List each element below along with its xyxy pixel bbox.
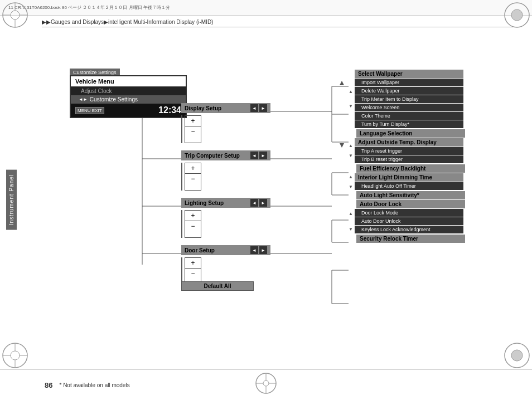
trip-setup-section: Trip Computer Setup ◄ ► + − — [181, 150, 270, 191]
vehicle-menu-box: Vehicle Menu Adjust Clock ◄► Customize S… — [70, 75, 187, 118]
door-plus[interactable]: + — [185, 258, 201, 269]
display-arrow-right[interactable]: ► — [259, 104, 267, 112]
welcome-screen-item[interactable]: Welcome Screen — [355, 104, 463, 111]
door-minus[interactable]: − — [185, 269, 201, 279]
display-minus[interactable]: − — [185, 126, 201, 136]
door-items-group: Door Lock Mode Auto Door Unlock Keyless … — [355, 209, 463, 234]
customize-settings-menu-label: Customize Settings — [90, 96, 138, 103]
corner-tr — [503, 1, 531, 29]
svg-marker-11 — [340, 81, 344, 85]
default-all-box[interactable]: Default All — [181, 281, 254, 291]
trip-plus[interactable]: + — [185, 163, 201, 174]
svg-point-26 — [11, 11, 20, 19]
display-arrow-left[interactable]: ◄ — [250, 104, 258, 112]
keyless-lock-item[interactable]: Keyless Lock Acknowledgment — [355, 226, 463, 233]
page-number: 86 — [45, 381, 52, 389]
corner-br — [503, 342, 531, 369]
lighting-setup-label: Lighting Setup ◄ ► — [181, 198, 270, 208]
trip-minus[interactable]: − — [185, 174, 201, 184]
auto-door-unlock-item[interactable]: Auto Door Unlock — [355, 217, 463, 225]
selected-arrow-icon: ◄► — [79, 97, 88, 102]
interior-down-icon: ▼ — [349, 185, 353, 189]
auto-light-header: Auto Light Sensitivity* — [356, 191, 465, 199]
sidebar: Instrument Panel — [0, 0, 22, 400]
lighting-arrow-right[interactable]: ► — [259, 199, 267, 207]
door-setup-label: Door Setup ◄ ► — [181, 245, 270, 255]
trip-nav-arrows[interactable]: ◄ ► — [250, 152, 267, 159]
svg-point-40 — [511, 350, 523, 361]
interior-up-icon: ▲ — [349, 175, 353, 179]
lighting-pm-container: + − — [181, 210, 270, 238]
temp-ud-arrows: ▲ ▼ — [349, 144, 353, 158]
corner-tl — [1, 1, 29, 29]
door-lock-row: ▲ ▼ Door Lock Mode Auto Door Unlock Keyl… — [349, 209, 465, 234]
door-up-icon: ▲ — [349, 212, 353, 216]
turn-by-turn-item[interactable]: Turn by Turn Display* — [355, 120, 463, 128]
trip-meter-item[interactable]: Trip Meter Item to Display — [355, 95, 463, 103]
display-nav-arrows[interactable]: ◄ ► — [250, 104, 267, 112]
corner-br-icon — [503, 342, 531, 369]
trip-arrow-right[interactable]: ► — [259, 152, 267, 159]
door-arrow-right[interactable]: ► — [259, 246, 267, 254]
door-nav-arrows[interactable]: ◄ ► — [250, 246, 267, 254]
lighting-plus[interactable]: + — [185, 211, 201, 221]
trip-pm-container: + − — [181, 163, 270, 191]
lighting-minus[interactable]: − — [185, 221, 201, 231]
lighting-setup-section: Lighting Setup ◄ ► + − — [181, 198, 270, 238]
language-selection-header: Language Selection — [356, 129, 465, 138]
import-wallpaper-item[interactable]: Import Wallpaper — [355, 79, 463, 86]
default-all-section: Default All — [181, 281, 254, 291]
select-wallpaper-row: ▲ ▼ Select Wallpaper Import Wallpaper De… — [349, 70, 465, 129]
security-relock-header: Security Relock Timer — [356, 235, 465, 243]
door-ud-arrows: ▲ ▼ — [349, 212, 353, 232]
adjust-clock-label: Adjust Clock — [81, 88, 112, 94]
lighting-pm-box: + − — [185, 210, 201, 238]
auto-door-lock-header: Auto Door Lock — [356, 200, 465, 208]
headlight-auto-off-item[interactable]: Headlight Auto Off Timer — [355, 182, 463, 190]
door-lock-mode-item[interactable]: Door Lock Mode — [355, 209, 463, 217]
interior-light-header: Interior Light Dimming Time — [355, 173, 463, 182]
door-down-icon: ▼ — [349, 227, 353, 232]
breadcrumb: ▶▶Gauges and Displays▶intelligent Multi-… — [42, 17, 515, 27]
vehicle-menu-bottom: MENU EXIT 12:34 — [71, 104, 186, 117]
svg-point-34 — [11, 351, 20, 360]
interior-light-row: ▲ ▼ Interior Light Dimming Time Headligh… — [349, 173, 465, 191]
wallpaper-items-group: Select Wallpaper Import Wallpaper Delete… — [355, 70, 463, 129]
adjust-temp-row: ▲ ▼ Adjust Outside Temp. Display Trip A … — [349, 138, 465, 164]
wallpaper-down-icon: ▼ — [349, 104, 353, 109]
display-setup-section: Display Setup ◄ ► + − — [181, 103, 270, 143]
wallpaper-up-icon: ▲ — [349, 90, 353, 94]
display-setup-label: Display Setup ◄ ► — [181, 103, 270, 113]
trip-vert-line — [181, 163, 182, 191]
file-info: 11 CR-V-31T0A6200.book 86 ページ ２０１４年２月１０日… — [8, 4, 170, 11]
fuel-efficiency-header: Fuel Efficiency Backlight — [356, 164, 465, 173]
color-theme-item[interactable]: Color Theme — [355, 112, 463, 120]
display-plus[interactable]: + — [185, 116, 201, 126]
wallpaper-ud-arrows: ▲ ▼ — [349, 90, 353, 109]
display-pm-container: + − — [181, 115, 270, 143]
display-pm-box: + − — [185, 115, 201, 143]
interior-ud-arrows: ▲ ▼ — [349, 175, 353, 189]
trip-arrow-left[interactable]: ◄ — [250, 152, 258, 159]
temp-down-icon: ▼ — [349, 154, 353, 158]
top-bar: 11 CR-V-31T0A6200.book 86 ページ ２０１４年２月１０日… — [0, 0, 532, 16]
delete-wallpaper-item[interactable]: Delete Wallpaper — [355, 87, 463, 95]
vehicle-menu-item-adjust-clock: Adjust Clock — [71, 87, 186, 95]
adjust-temp-header: Adjust Outside Temp. Display — [355, 138, 463, 147]
trip-a-reset-item[interactable]: Trip A reset trigger — [355, 147, 463, 155]
display-vert-line — [181, 115, 182, 143]
lighting-arrow-left[interactable]: ◄ — [250, 199, 258, 207]
door-arrow-left[interactable]: ◄ — [250, 246, 258, 254]
temp-up-icon: ▲ — [349, 144, 353, 148]
bottom-bar: 86 * Not available on all models — [0, 369, 532, 400]
menu-exit-button[interactable]: MENU EXIT — [75, 107, 104, 114]
trip-b-reset-item[interactable]: Trip B reset trigger — [355, 155, 463, 163]
trip-setup-label: Trip Computer Setup ◄ ► — [181, 150, 270, 160]
lighting-nav-arrows[interactable]: ◄ ► — [250, 199, 267, 207]
svg-point-32 — [511, 9, 523, 21]
temp-items-group: Adjust Outside Temp. Display Trip A rese… — [355, 138, 463, 164]
footnote: * Not available on all models — [59, 382, 129, 388]
lighting-vert-line — [181, 210, 182, 238]
corner-bl — [1, 342, 29, 369]
select-wallpaper-header: Select Wallpaper — [355, 70, 463, 78]
